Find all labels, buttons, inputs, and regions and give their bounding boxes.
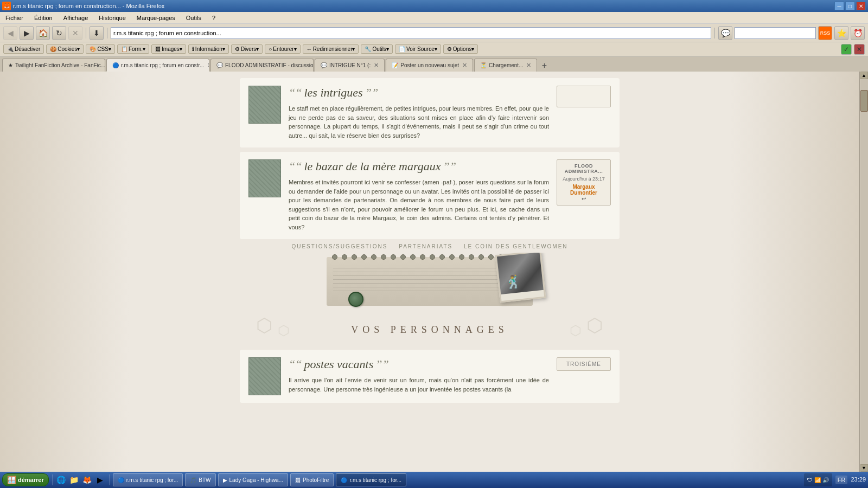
menu-historique[interactable]: Historique: [95, 14, 129, 22]
scroll-thumb[interactable]: [860, 90, 868, 112]
bookmark-outils[interactable]: 🔧Outils▾: [361, 44, 393, 54]
browser-content: les intrigues Le staff met en place régu…: [0, 72, 868, 472]
intrigues-right: [557, 86, 611, 107]
check-icon: ✓: [841, 44, 852, 55]
scroll-down-arrow[interactable]: ▼: [860, 464, 868, 472]
taskbar-rms2-icon: 🔵: [341, 477, 347, 483]
bookmark-options[interactable]: ⚙Options▾: [443, 44, 478, 54]
subnav-questions[interactable]: QUESTIONS/SUGGESTIONS: [291, 243, 387, 249]
subnav-gentlewomen[interactable]: LE COIN DES GENTLEWOMEN: [464, 243, 568, 249]
search-icon: 💬: [718, 26, 732, 40]
ql-media-icon[interactable]: ▶: [95, 474, 106, 485]
flood-time: Aujourd'hui à 23:17: [560, 176, 607, 182]
history-button[interactable]: ⏰: [851, 26, 865, 40]
sys-tray: 🛡 📶 🔊: [804, 473, 832, 486]
back-button[interactable]: ◀: [3, 26, 17, 40]
tab-icon-2: 🔵: [112, 62, 119, 68]
menu-edition[interactable]: Édition: [31, 14, 56, 22]
personnages-header: ⬡ ⬡ ⬡ ⬡ VOS PERSONNAGES: [240, 314, 620, 345]
tab-loading[interactable]: ⏳ Chargement... ✕: [474, 59, 537, 72]
menu-outils[interactable]: Outils: [183, 14, 205, 22]
bookmark-divers[interactable]: ⚙Divers▾: [231, 44, 263, 54]
bookmark-css[interactable]: 🎨CSS▾: [86, 44, 115, 54]
tab-flood-admin[interactable]: 💬 FLOOD ADMINISTRATIF - discussio... ✕: [210, 59, 314, 72]
download-button[interactable]: ⬇: [90, 26, 104, 40]
title-bar: 🦊 r.m.s titanic rpg ; forum en construct…: [0, 0, 868, 12]
reload-button[interactable]: ↻: [52, 26, 66, 40]
sub-nav: QUESTIONS/SUGGESTIONS PARTENARIATS LE CO…: [240, 243, 620, 249]
taskbar-photofiltre[interactable]: 🖼 PhotoFiltre: [290, 473, 334, 486]
ql-ie-icon[interactable]: 🌐: [56, 474, 67, 485]
bookmark-voir-source[interactable]: 📄Voir Source▾: [395, 44, 441, 54]
personnages-title: VOS PERSONNAGES: [240, 324, 620, 336]
ql-folder-icon[interactable]: 📁: [69, 474, 80, 485]
menu-fichier[interactable]: Fichier: [2, 14, 27, 22]
taskbar-pf-icon: 🖼: [295, 477, 301, 483]
scrollbar-right[interactable]: ▲ ▼: [859, 72, 868, 472]
postes-right: TROISIÈME: [557, 357, 611, 371]
scroll-track[interactable]: [860, 79, 868, 464]
flood-reply-icon[interactable]: ↩: [582, 196, 586, 202]
rss-icon[interactable]: RSS: [818, 26, 832, 40]
flood-author[interactable]: Margaux Dumontier: [560, 184, 607, 196]
start-label: démarrer: [18, 477, 44, 483]
taskbar-rms1-label: r.m.s titanic rpg ; for...: [126, 477, 178, 483]
stop-button[interactable]: ✕: [68, 26, 82, 40]
tab-close-4[interactable]: ✕: [374, 62, 379, 69]
taskbar-separator2: [109, 474, 110, 485]
bookmark-information[interactable]: ℹInformation▾: [188, 44, 229, 54]
taskbar-separator: [52, 474, 53, 485]
tab-twilight-fanfiction[interactable]: ★ Twilight FanFiction Archive - FanFic..…: [2, 59, 105, 72]
volume-icon: 🔊: [822, 477, 829, 483]
menu-affichage[interactable]: Affichage: [60, 14, 92, 22]
bookmark-entourer[interactable]: ○Entourer▾: [265, 44, 300, 54]
bookmark-forms[interactable]: 📋Form.▾: [117, 44, 149, 54]
hex-deco-right: ⬡: [586, 314, 603, 336]
polaroid-photo: 🕺: [495, 253, 546, 303]
taskbar: 🪟 démarrer 🌐 📁 🦊 ▶ 🔵 r.m.s titanic rpg ;…: [0, 472, 868, 488]
language-indicator[interactable]: FR: [835, 476, 848, 484]
postes-text: Il arrive que l'on ait l'envie de venir …: [289, 376, 549, 394]
tab-close-5[interactable]: ✕: [462, 62, 467, 69]
tab-icon-3: 💬: [216, 62, 223, 68]
tab-close-2[interactable]: ✕: [207, 62, 209, 69]
close-button[interactable]: ✕: [856, 2, 866, 10]
menu-marquepages[interactable]: Marque-pages: [133, 14, 178, 22]
menu-help[interactable]: ?: [209, 14, 219, 22]
forward-button[interactable]: ▶: [20, 26, 34, 40]
scroll-up-arrow[interactable]: ▲: [860, 72, 868, 79]
home-button[interactable]: 🏠: [36, 26, 50, 40]
start-button[interactable]: 🪟 démarrer: [2, 473, 49, 486]
postes-content: postes vacants Il arrive que l'on ait l'…: [289, 357, 549, 394]
ql-firefox-icon[interactable]: 🦊: [82, 474, 93, 485]
bookmark-cookies[interactable]: 🍪Cookies▾: [46, 44, 84, 54]
bookmark-deactivate[interactable]: 🔌Désactiver: [3, 44, 44, 54]
tab-intrigue[interactable]: 💬 INTRIGUE N°1 (: ✕: [315, 59, 385, 72]
taskbar-ladygaga[interactable]: ▶ Lady Gaga - Highwa...: [218, 473, 289, 486]
bazar-text: Membres et invités pourront ici venir se…: [289, 178, 549, 232]
address-bar[interactable]: [111, 27, 711, 39]
postes-right-label: TROISIÈME: [560, 361, 607, 367]
figure-silhouette: 🕺: [505, 274, 522, 291]
bookmark-images[interactable]: 🖼Images▾: [151, 44, 186, 54]
tab-icon-1: ★: [8, 62, 13, 68]
tab-close-6[interactable]: ✕: [526, 62, 531, 69]
maximize-button[interactable]: □: [845, 2, 855, 10]
bookmark-redimensionner[interactable]: ↔Redimensionner▾: [303, 44, 359, 54]
minimize-button[interactable]: ─: [834, 2, 844, 10]
tab-poster-sujet[interactable]: 📝 Poster un nouveau sujet ✕: [386, 59, 473, 72]
tab-label-2: r.m.s titanic rpg ; forum en constr...: [121, 62, 204, 68]
tab-rms-titanic[interactable]: 🔵 r.m.s titanic rpg ; forum en constr...…: [106, 59, 209, 72]
search-input[interactable]: [735, 27, 816, 39]
error-icon: ✕: [854, 44, 865, 55]
taskbar-rms2[interactable]: 🔵 r.m.s titanic rpg ; for...: [336, 473, 406, 486]
bookmark-star[interactable]: ⭐: [834, 26, 848, 40]
tab-icon-6: ⏳: [480, 62, 487, 68]
subnav-partenariats[interactable]: PARTENARIATS: [399, 243, 452, 249]
postes-thumb: [248, 357, 281, 395]
time-display: 23:29: [851, 476, 866, 483]
taskbar-btw[interactable]: 🎵 BTW: [185, 473, 215, 486]
nav-separator: [86, 28, 86, 38]
taskbar-rms1[interactable]: 🔵 r.m.s titanic rpg ; for...: [113, 473, 183, 486]
new-tab-button[interactable]: +: [538, 60, 550, 72]
